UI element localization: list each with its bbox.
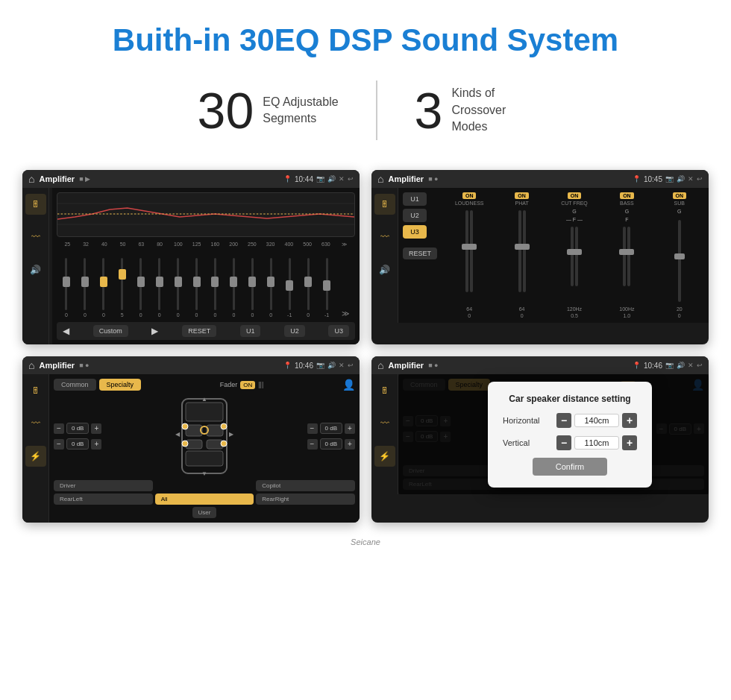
- rearright-btn[interactable]: RearRight: [256, 494, 355, 505]
- more-arrow[interactable]: ≫: [337, 309, 354, 318]
- reset-btn-2[interactable]: RESET: [403, 247, 437, 259]
- slider-7[interactable]: 0: [170, 258, 186, 318]
- left-minus-1[interactable]: −: [54, 423, 64, 434]
- prev-arrow[interactable]: ◀: [63, 326, 69, 336]
- slider-6[interactable]: 0: [151, 258, 168, 318]
- slider-12[interactable]: 0: [263, 258, 279, 318]
- slider-11[interactable]: 0: [244, 258, 260, 318]
- bluetooth-icon-3[interactable]: ⚡: [25, 446, 46, 467]
- waveform-icon-2[interactable]: 〰: [374, 227, 395, 247]
- speaker-icon[interactable]: 🔊: [25, 259, 46, 280]
- app-title-2: Amplifier: [388, 174, 424, 183]
- horizontal-label: Horizontal: [503, 416, 555, 425]
- left-plus-1[interactable]: +: [91, 423, 101, 434]
- home-icon-4[interactable]: ⌂: [377, 359, 383, 371]
- next-arrow[interactable]: ▶: [151, 326, 158, 336]
- speaker-layout-area: − 0 dB + − 0 dB +: [54, 395, 355, 477]
- time-2: 10:45: [644, 175, 662, 183]
- eq-icon[interactable]: 🎚: [25, 194, 46, 215]
- eq-icon-4[interactable]: 🎚: [374, 380, 395, 401]
- fader-on[interactable]: ON: [240, 381, 255, 389]
- vertical-plus[interactable]: +: [622, 435, 637, 450]
- slider-5[interactable]: 0: [133, 258, 149, 318]
- loudness-on[interactable]: ON: [462, 192, 477, 199]
- u2-btn-1[interactable]: U2: [284, 325, 305, 337]
- slider-4[interactable]: 5: [114, 258, 131, 318]
- u2-preset[interactable]: U2: [403, 209, 427, 222]
- slider-13[interactable]: -1: [281, 258, 298, 318]
- screen-crossover: ⌂ Amplifier ■ ● 📍 10:45 📷 🔊 ✕ ↩ 🎚 〰 🔊: [371, 170, 709, 344]
- right-minus-2[interactable]: −: [307, 439, 318, 450]
- vertical-minus[interactable]: −: [556, 435, 571, 450]
- all-btn[interactable]: All: [155, 494, 254, 505]
- eq-sliders: 0 0 0 5 0: [57, 250, 355, 318]
- slider-14[interactable]: 0: [300, 258, 316, 318]
- speaker-body: 🎚 〰 ⚡ Common Specialty Fader ON |||: [22, 374, 360, 523]
- u1-btn-1[interactable]: U1: [240, 325, 261, 337]
- horizontal-value: 140cm: [574, 414, 619, 427]
- horizontal-row: Horizontal − 140cm +: [503, 413, 637, 428]
- home-icon-2[interactable]: ⌂: [377, 173, 383, 185]
- home-icon-1[interactable]: ⌂: [28, 173, 34, 185]
- slider-2[interactable]: 0: [77, 258, 93, 318]
- eq-sidebar: 🎚 〰 🔊: [22, 188, 49, 344]
- driver-btn[interactable]: Driver: [54, 480, 153, 491]
- confirm-button[interactable]: Confirm: [533, 458, 607, 476]
- volume-icon-3: 🔊: [327, 362, 336, 369]
- channel-cols: ON LOUDNESS 64 0 ON PHAT: [445, 192, 704, 318]
- right-minus-1[interactable]: −: [307, 423, 318, 434]
- waveform-icon[interactable]: 〰: [25, 227, 46, 247]
- u3-preset[interactable]: U3: [403, 225, 427, 239]
- right-plus-2[interactable]: +: [345, 439, 355, 450]
- close-icon-3: ✕: [339, 362, 345, 369]
- common-btn[interactable]: Common: [54, 379, 96, 391]
- app-title-3: Amplifier: [39, 361, 75, 370]
- speaker-icon-2[interactable]: 🔊: [374, 259, 395, 280]
- camera-icon-2: 📷: [665, 175, 674, 183]
- left-volume-2: − 0 dB +: [54, 438, 101, 450]
- fader-label: Fader: [220, 381, 238, 388]
- waveform-icon-3[interactable]: 〰: [25, 413, 46, 434]
- horizontal-plus[interactable]: +: [622, 413, 637, 428]
- right-val-1: 0 dB: [320, 423, 342, 434]
- slider-3[interactable]: 0: [95, 258, 112, 318]
- specialty-btn[interactable]: Specialty: [99, 379, 142, 391]
- bass-on[interactable]: ON: [620, 192, 634, 199]
- rearleft-btn[interactable]: RearLeft: [54, 494, 153, 505]
- record-icon-4: ■ ●: [428, 362, 438, 369]
- time-1: 10:44: [295, 175, 313, 183]
- slider-9[interactable]: 0: [207, 258, 224, 318]
- custom-btn[interactable]: Custom: [93, 325, 128, 337]
- crossover-sidebar: 🎚 〰 🔊: [371, 188, 398, 323]
- status-bar-2: ⌂ Amplifier ■ ● 📍 10:45 📷 🔊 ✕ ↩: [371, 170, 709, 188]
- location-icon-2: 📍: [633, 175, 641, 183]
- home-icon-3[interactable]: ⌂: [28, 359, 34, 371]
- phat-on[interactable]: ON: [515, 192, 529, 199]
- eq-icon-2[interactable]: 🎚: [374, 194, 395, 215]
- waveform-icon-4[interactable]: 〰: [374, 413, 395, 434]
- fader-row: Fader ON |||: [220, 381, 264, 389]
- cutfreq-on[interactable]: ON: [568, 192, 582, 199]
- vertical-input: − 110cm +: [556, 435, 637, 450]
- time-3: 10:46: [295, 362, 313, 370]
- user-btn[interactable]: User: [192, 507, 217, 518]
- reset-btn-1[interactable]: RESET: [182, 325, 216, 337]
- slider-10[interactable]: 0: [225, 258, 242, 318]
- slider-8[interactable]: 0: [189, 258, 205, 318]
- slider-15[interactable]: -1: [319, 258, 335, 318]
- copilot-btn[interactable]: Copilot: [256, 480, 355, 491]
- horizontal-minus[interactable]: −: [556, 413, 571, 428]
- app-title-4: Amplifier: [388, 361, 424, 370]
- bluetooth-icon-4[interactable]: ⚡: [374, 446, 395, 467]
- person-icon-3: 👤: [342, 379, 355, 391]
- u3-btn-1[interactable]: U3: [328, 325, 349, 337]
- svg-text:▶: ▶: [229, 431, 234, 438]
- left-minus-2[interactable]: −: [54, 439, 64, 450]
- right-plus-1[interactable]: +: [345, 423, 355, 434]
- slider-1[interactable]: 0: [58, 258, 75, 318]
- eq-icon-3[interactable]: 🎚: [25, 380, 46, 401]
- left-plus-2[interactable]: +: [91, 439, 101, 450]
- back-icon-4: ↩: [697, 362, 703, 369]
- u1-preset[interactable]: U1: [403, 192, 427, 206]
- sub-on[interactable]: ON: [673, 192, 687, 199]
